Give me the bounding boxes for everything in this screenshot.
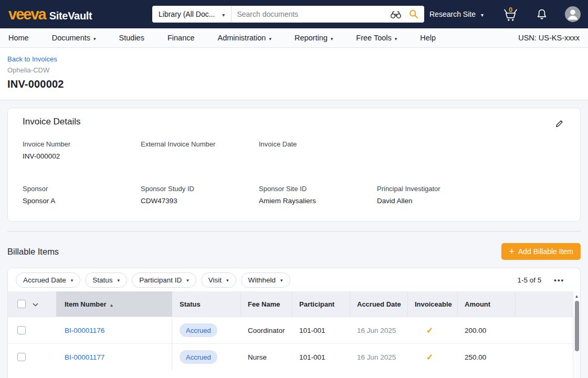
- filter-participant-id[interactable]: Participant ID: [132, 272, 196, 288]
- accrued-date-cell: 16 Jun 2025: [350, 344, 407, 370]
- invoice-fields-row-2: Sponsor Sponsor A Sponsor Study ID CDW47…: [23, 185, 565, 205]
- filter-visit[interactable]: Visit: [201, 272, 236, 288]
- item-number-cell: BI-00001176: [56, 317, 172, 343]
- table-more-actions-icon[interactable]: •••: [554, 277, 564, 284]
- back-to-invoices-link[interactable]: Back to Invoices: [7, 55, 57, 63]
- search-scope-label: Library (All Doc...: [159, 10, 215, 18]
- filter-withheld[interactable]: Withheld: [241, 272, 290, 288]
- scroll-up-arrow-icon[interactable]: [573, 294, 580, 299]
- cart-icon[interactable]: 0: [502, 7, 519, 22]
- row-checkbox[interactable]: [17, 326, 26, 334]
- chevron-down-icon: [395, 34, 397, 42]
- table-row: BI-00001177 Accrued Nurse 101-001 16 Jun…: [8, 343, 580, 370]
- table-header-row: Item Number Status Fee Name Participant …: [8, 291, 580, 317]
- field-invoice-number: Invoice Number INV-000002: [23, 140, 141, 161]
- nav-item-documents[interactable]: Documents: [52, 34, 96, 42]
- column-header-item-number[interactable]: Item Number: [56, 291, 172, 317]
- scrollbar-thumb[interactable]: [575, 301, 579, 351]
- spacer-cell: [515, 317, 580, 343]
- veeva-sitevault-logo[interactable]: veeva SiteVault: [8, 7, 92, 22]
- site-selector-dropdown[interactable]: Research Site: [429, 0, 484, 28]
- invoice-details-heading: Invoice Details: [23, 117, 565, 127]
- row-checkbox[interactable]: [17, 353, 26, 361]
- chevron-down-icon: [269, 34, 271, 42]
- notifications-bell-icon[interactable]: [536, 8, 548, 21]
- section-divider: [7, 231, 581, 232]
- cart-count-badge: 0: [509, 6, 512, 14]
- status-cell: Accrued: [172, 317, 240, 343]
- field-sponsor-study-id: Sponsor Study ID CDW47393: [141, 185, 259, 205]
- column-header-participant[interactable]: Participant: [292, 291, 350, 317]
- amount-cell: 250.00: [457, 344, 515, 370]
- table-row: BI-00001176 Accrued Coordinator 101-001 …: [8, 317, 580, 343]
- chevron-down-icon: [118, 276, 120, 284]
- user-avatar[interactable]: [565, 6, 581, 22]
- accrued-date-cell: 16 Jun 2025: [350, 317, 407, 343]
- row-select-cell: [8, 344, 56, 370]
- chevron-down-icon: [331, 34, 333, 42]
- search-scope-dropdown[interactable]: Library (All Doc...: [152, 6, 232, 23]
- participant-cell: 101-001: [292, 317, 350, 343]
- participant-cell: 101-001: [292, 344, 350, 370]
- chevron-down-icon: [226, 276, 229, 284]
- table-pagination: 1-5 of 5 •••: [518, 276, 564, 284]
- global-search-bar: Library (All Doc...: [152, 6, 424, 23]
- row-count-label: 1-5 of 5: [518, 276, 542, 284]
- nav-item-reporting[interactable]: Reporting: [295, 34, 333, 42]
- filter-status[interactable]: Status: [85, 272, 127, 288]
- chevron-down-icon: [186, 276, 189, 284]
- chevron-down-icon: [481, 10, 484, 18]
- main-content: Invoice Details Invoice Number INV-00000…: [0, 100, 588, 378]
- nav-item-finance[interactable]: Finance: [167, 34, 195, 42]
- invoiceable-cell: ✓: [407, 317, 457, 343]
- invoice-fields-row-1: Invoice Number INV-000002 External Invoi…: [23, 140, 565, 161]
- plus-icon: [509, 247, 514, 256]
- amount-cell: 200.00: [457, 317, 515, 343]
- status-badge: Accrued: [180, 323, 217, 337]
- add-billable-item-button[interactable]: Add Billable Item: [501, 243, 581, 260]
- item-number-link[interactable]: BI-00001176: [65, 327, 104, 334]
- page-title: INV-000002: [7, 78, 581, 90]
- nav-item-free-tools[interactable]: Free Tools: [356, 34, 397, 42]
- filter-accrued-date[interactable]: Accrued Date: [16, 272, 80, 288]
- nav-item-help[interactable]: Help: [420, 34, 436, 42]
- field-principal-investigator: Principal Investigator David Allen: [377, 185, 495, 205]
- select-all-checkbox[interactable]: [17, 300, 26, 308]
- edit-pencil-icon[interactable]: [553, 118, 565, 131]
- field-external-invoice-number: External Invoice Number: [141, 140, 259, 161]
- invoiceable-cell: ✓: [407, 344, 457, 370]
- column-header-invoiceable[interactable]: Invoiceable: [407, 291, 457, 317]
- nav-item-home[interactable]: Home: [8, 34, 29, 42]
- nav-item-studies[interactable]: Studies: [119, 34, 144, 42]
- row-select-cell: [8, 317, 56, 343]
- status-badge: Accrued: [180, 350, 217, 364]
- search-icon[interactable]: [408, 9, 419, 19]
- topbar-actions: 0: [502, 0, 581, 28]
- column-header-fee-name[interactable]: Fee Name: [240, 291, 292, 317]
- advanced-search-binoculars-icon[interactable]: [390, 9, 402, 19]
- column-header-spacer: [515, 291, 580, 317]
- table-filter-bar: Accrued Date Status Participant ID Visit…: [8, 268, 580, 291]
- select-all-cell: [8, 291, 56, 317]
- item-number-link[interactable]: BI-00001177: [65, 353, 104, 361]
- spacer-cell: [515, 344, 580, 370]
- search-icons: [390, 9, 424, 19]
- chevron-down-icon: [222, 10, 225, 18]
- column-header-amount[interactable]: Amount: [457, 291, 515, 317]
- top-bar: veeva SiteVault Library (All Doc...: [0, 0, 588, 28]
- fee-name-cell: Nurse: [240, 344, 292, 370]
- usn-label: USN: US-KS-xxxx: [518, 34, 580, 42]
- checkmark-icon: ✓: [426, 326, 433, 335]
- nav-item-administration[interactable]: Administration: [218, 34, 271, 42]
- select-options-chevron-icon[interactable]: [33, 300, 38, 308]
- sort-ascending-icon: [109, 300, 113, 308]
- search-input[interactable]: [232, 10, 390, 18]
- table-scrollbar[interactable]: [573, 291, 580, 378]
- column-header-accrued-date[interactable]: Accrued Date: [350, 291, 407, 317]
- site-selector-label: Research Site: [429, 10, 476, 18]
- billable-items-heading: Billable Items: [7, 247, 59, 257]
- field-sponsor: Sponsor Sponsor A: [23, 185, 141, 205]
- column-header-status[interactable]: Status: [172, 291, 240, 317]
- veeva-wordmark: veeva: [8, 7, 46, 22]
- billable-items-header: Billable Items Add Billable Item: [7, 243, 581, 260]
